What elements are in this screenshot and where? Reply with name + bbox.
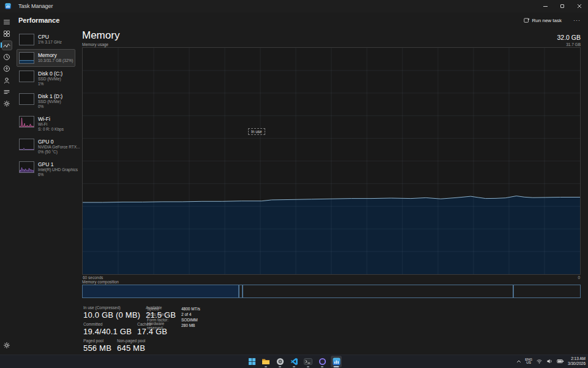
task-manager-taskbar-button[interactable] bbox=[331, 356, 342, 367]
composition-segment-free[interactable] bbox=[513, 285, 581, 298]
stat-in-use: In use (Compressed)10.0 GB (0 MB) bbox=[83, 305, 140, 320]
titlebar: Task Manager bbox=[0, 0, 588, 12]
sidebar-item-startup-apps[interactable] bbox=[0, 63, 13, 74]
purple-ring-app-button[interactable] bbox=[317, 356, 328, 367]
cpu-mini-chart bbox=[19, 34, 34, 45]
perf-item-title: CPU bbox=[38, 34, 62, 40]
perf-item-subtitle: SSD (NVMe) bbox=[38, 99, 62, 104]
in-use-tooltip: In use bbox=[248, 128, 265, 135]
clock[interactable]: 2:13 AM 3/30/2026 bbox=[568, 356, 586, 366]
perf-item-subtitle: NVIDIA GeForce RTX... bbox=[38, 145, 73, 150]
memory-panel-title: Memory bbox=[82, 29, 119, 42]
navigation-rail bbox=[0, 16, 13, 355]
start-button[interactable] bbox=[246, 356, 257, 367]
page-title: Performance bbox=[18, 17, 59, 24]
windows-start-icon bbox=[248, 358, 256, 366]
perf-item-gpu0[interactable]: GPU 0 NVIDIA GeForce RTX... 0% (50 °C) bbox=[17, 136, 75, 158]
memory-usage-label: Memory usage bbox=[82, 42, 108, 47]
gpu1-mini-chart bbox=[19, 161, 34, 173]
file-explorer-button[interactable] bbox=[260, 356, 271, 367]
speaker-icon[interactable] bbox=[546, 358, 553, 364]
perf-item-title: Memory bbox=[38, 52, 73, 58]
maximize-icon bbox=[560, 4, 564, 8]
processes-icon bbox=[3, 30, 10, 37]
new-task-icon bbox=[524, 17, 530, 23]
run-new-task-button[interactable]: Run new task bbox=[521, 16, 565, 25]
hamburger-icon bbox=[3, 18, 10, 26]
task-manager-app-icon bbox=[5, 3, 11, 9]
memory-usage-chart-svg bbox=[83, 48, 580, 274]
file-explorer-icon bbox=[262, 358, 270, 366]
sidebar-item-app-history[interactable] bbox=[0, 51, 13, 63]
users-icon bbox=[3, 77, 10, 84]
perf-item-disk1[interactable]: Disk 1 (D:) SSD (NVMe) 0% bbox=[17, 90, 75, 112]
close-icon bbox=[577, 4, 582, 9]
detail-speed: Speed:4800 MT/s bbox=[147, 306, 200, 312]
minimize-button[interactable] bbox=[537, 0, 554, 12]
language-indicator[interactable]: ENGUS bbox=[525, 358, 532, 365]
tray-date: 3/30/2026 bbox=[568, 361, 586, 366]
command-bar: Performance Run new task ··· bbox=[13, 12, 588, 28]
detail-slots-used: Slots used:2 of 4 bbox=[147, 312, 200, 317]
nav-menu-button[interactable] bbox=[0, 16, 13, 28]
perf-item-subtitle: Intel(R) UHD Graphics bbox=[38, 167, 73, 172]
wifi-icon[interactable] bbox=[536, 358, 543, 364]
settings-button[interactable] bbox=[0, 339, 13, 351]
sidebar-item-users[interactable] bbox=[0, 74, 13, 86]
window-title: Task Manager bbox=[18, 3, 53, 9]
perf-item-subtitle: S: 0 R: 0 Kbps bbox=[38, 127, 64, 132]
vscode-icon bbox=[290, 358, 298, 366]
composition-segment-standby[interactable] bbox=[243, 285, 513, 298]
services-icon bbox=[3, 100, 10, 107]
perf-item-cpu[interactable]: CPU 1% 3.17 GHz bbox=[17, 31, 75, 48]
perf-item-subtitle: 0% bbox=[38, 104, 62, 109]
disk0-mini-chart bbox=[19, 71, 34, 82]
more-options-button[interactable]: ··· bbox=[571, 16, 583, 25]
composition-segment-in-use[interactable] bbox=[82, 285, 239, 298]
memory-composition-bar[interactable] bbox=[82, 285, 581, 298]
memory-hardware-details: Speed:4800 MT/s Slots used:2 of 4 Form f… bbox=[147, 306, 200, 328]
sidebar-item-processes[interactable] bbox=[0, 28, 13, 39]
sidebar-item-services[interactable] bbox=[0, 98, 13, 109]
gear-icon bbox=[3, 342, 10, 349]
disc-app-icon bbox=[276, 358, 284, 366]
terminal-button[interactable] bbox=[303, 356, 314, 367]
perf-item-subtitle: SSD (NVMe) bbox=[38, 77, 62, 82]
maximize-button[interactable] bbox=[554, 0, 571, 12]
hidden-icons-chevron[interactable] bbox=[516, 359, 521, 364]
vscode-button[interactable] bbox=[288, 356, 300, 367]
disk1-mini-chart bbox=[19, 93, 34, 105]
startup-apps-icon bbox=[3, 65, 10, 72]
memory-usage-chart[interactable]: In use bbox=[82, 47, 581, 275]
perf-item-title: GPU 1 bbox=[38, 161, 73, 167]
performance-list: CPU 1% 3.17 GHz Memory 10.3/31.7 GB (32%… bbox=[17, 31, 75, 181]
purple-ring-app-icon bbox=[318, 358, 326, 366]
perf-item-subtitle: Wi-Fi bbox=[38, 122, 64, 127]
perf-item-subtitle: 1% 3.17 GHz bbox=[38, 40, 62, 45]
desktop: Task Manager Performance Run new task ··… bbox=[0, 0, 588, 368]
perf-item-memory[interactable]: Memory 10.3/31.7 GB (32%) bbox=[17, 49, 75, 67]
disc-app-button[interactable] bbox=[274, 356, 285, 367]
terminal-icon bbox=[304, 358, 312, 366]
perf-item-subtitle: 10.3/31.7 GB (32%) bbox=[38, 58, 73, 63]
sidebar-item-details[interactable] bbox=[0, 86, 13, 98]
perf-item-subtitle: 6% bbox=[38, 172, 73, 177]
task-manager-icon bbox=[333, 358, 341, 366]
memory-composition-label: Memory composition bbox=[82, 280, 119, 284]
sidebar-item-performance[interactable] bbox=[0, 39, 13, 51]
stat-non-paged-pool: Non-paged pool645 MB bbox=[117, 339, 145, 353]
perf-item-gpu1[interactable]: GPU 1 Intel(R) UHD Graphics 6% bbox=[17, 158, 75, 180]
perf-item-disk0[interactable]: Disk 0 (C:) SSD (NVMe) 1% bbox=[17, 67, 75, 90]
perf-item-title: Disk 0 (C:) bbox=[38, 71, 62, 77]
wifi-mini-chart bbox=[19, 116, 34, 128]
detail-hardware-reserved: Hardware reserved:280 MB bbox=[147, 323, 200, 328]
perf-item-wifi[interactable]: Wi-Fi Wi-Fi S: 0 R: 0 Kbps bbox=[17, 113, 75, 135]
perf-item-title: GPU 0 bbox=[38, 139, 73, 145]
perf-item-title: Disk 1 (D:) bbox=[38, 93, 62, 99]
memory-scale-max: 31.7 GB bbox=[566, 42, 581, 47]
battery-icon[interactable] bbox=[557, 358, 564, 364]
close-button[interactable] bbox=[571, 0, 588, 12]
memory-total-capacity: 32.0 GB bbox=[557, 34, 581, 41]
chart-timespan-label: 60 seconds bbox=[83, 275, 103, 280]
perf-item-subtitle: 0% (50 °C) bbox=[38, 150, 73, 155]
